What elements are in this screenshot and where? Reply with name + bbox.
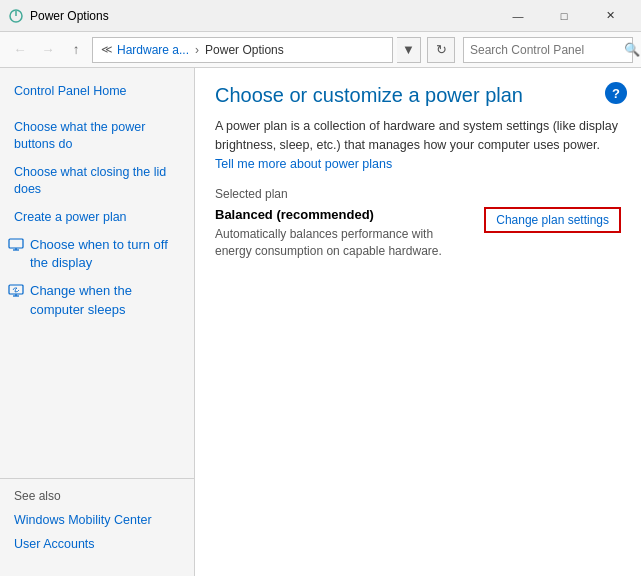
addressbar: ← → ↑ ≪ Hardware a... › Power Options ▼ … <box>0 32 641 68</box>
sidebar-item-control-panel-home[interactable]: Control Panel Home <box>0 78 194 106</box>
change-plan-settings-button[interactable]: Change plan settings <box>484 207 621 233</box>
see-also-title: See also <box>14 489 180 503</box>
search-field[interactable]: 🔍 <box>463 37 633 63</box>
svg-rect-5 <box>9 285 23 294</box>
description-text: A power plan is a collection of hardware… <box>215 119 618 152</box>
help-button[interactable]: ? <box>605 82 627 104</box>
learn-more-link[interactable]: Tell me more about power plans <box>215 157 392 171</box>
see-also-section: See also Windows Mobility Center User Ac… <box>0 478 194 566</box>
minimize-button[interactable]: — <box>495 0 541 32</box>
sidebar: Control Panel Home Choose what the power… <box>0 68 195 576</box>
app-icon <box>8 8 24 24</box>
window-controls: — □ ✕ <box>495 0 633 32</box>
content-description: A power plan is a collection of hardware… <box>215 117 621 173</box>
search-icon: 🔍 <box>624 42 640 57</box>
back-button[interactable]: ← <box>8 38 32 62</box>
see-also-mobility-center[interactable]: Windows Mobility Center <box>14 509 180 533</box>
search-input[interactable] <box>470 43 620 57</box>
titlebar: Power Options — □ ✕ <box>0 0 641 32</box>
breadcrumb-hardware[interactable]: Hardware a... <box>117 43 189 57</box>
plan-name: Balanced (recommended) <box>215 207 472 222</box>
plan-row: Balanced (recommended) Automatically bal… <box>215 207 621 260</box>
monitor-icon <box>8 237 24 253</box>
page-title: Choose or customize a power plan <box>215 84 621 107</box>
sidebar-item-power-buttons[interactable]: Choose what the power buttons do <box>0 114 194 159</box>
selected-plan-label: Selected plan <box>215 187 621 201</box>
breadcrumb-current: Power Options <box>205 43 284 57</box>
up-button[interactable]: ↑ <box>64 38 88 62</box>
svg-rect-2 <box>9 239 23 248</box>
forward-button[interactable]: → <box>36 38 60 62</box>
content-area: ? Choose or customize a power plan A pow… <box>195 68 641 576</box>
main-container: Control Panel Home Choose what the power… <box>0 68 641 576</box>
see-also-user-accounts[interactable]: User Accounts <box>14 533 180 557</box>
maximize-button[interactable]: □ <box>541 0 587 32</box>
address-bar: ≪ Hardware a... › Power Options <box>92 37 393 63</box>
sidebar-item-computer-sleeps[interactable]: Change when the computer sleeps <box>0 277 194 323</box>
address-dropdown-button[interactable]: ▼ <box>397 37 421 63</box>
sidebar-item-computer-sleeps-label: Change when the computer sleeps <box>30 282 186 318</box>
breadcrumb-arrow: › <box>195 43 199 57</box>
refresh-button[interactable]: ↻ <box>427 37 455 63</box>
sidebar-item-closing-lid[interactable]: Choose what closing the lid does <box>0 159 194 204</box>
breadcrumb-separator1: ≪ <box>101 43 113 56</box>
sidebar-item-create-plan[interactable]: Create a power plan <box>0 204 194 232</box>
sleep-icon <box>8 283 24 299</box>
close-button[interactable]: ✕ <box>587 0 633 32</box>
sidebar-item-turn-off-display-label: Choose when to turn off the display <box>30 236 186 272</box>
plan-description: Automatically balances performance with … <box>215 226 472 260</box>
window-title: Power Options <box>30 9 495 23</box>
sidebar-item-turn-off-display[interactable]: Choose when to turn off the display <box>0 231 194 277</box>
plan-info: Balanced (recommended) Automatically bal… <box>215 207 472 260</box>
